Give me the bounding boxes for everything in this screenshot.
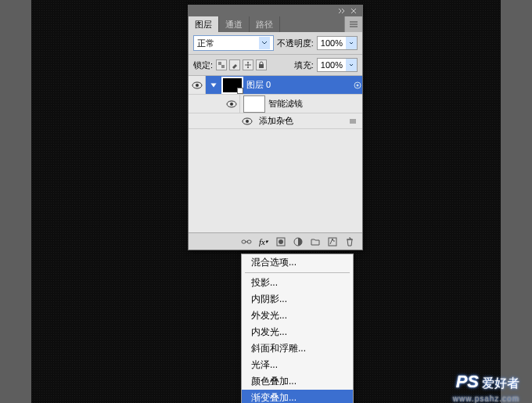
layers-panel: 图层 通道 路径 正常 不透明度: 100% 锁定: 填充: 100% [188,5,363,250]
layer-row-addnoise[interactable]: 添加杂色 [189,113,362,129]
svg-rect-2 [259,64,264,68]
layer-style-menu: 混合选项... 投影... 内阴影... 外发光... 内发光... 斜面和浮雕… [241,254,354,403]
panel-menu-icon[interactable] [344,16,362,32]
visibility-icon[interactable] [189,76,206,94]
lock-paint-icon[interactable] [229,59,240,70]
collapse-icon[interactable] [337,7,345,15]
menu-inner-shadow[interactable]: 内阴影... [242,291,353,308]
fill-value: 100% [318,60,346,70]
fill-arrow-icon [346,59,357,71]
lock-move-icon[interactable] [243,59,253,70]
watermark-cn: 爱好者 [482,376,519,392]
filter-mask-thumbnail [243,95,265,113]
new-layer-icon[interactable] [326,236,339,248]
panel-topbar [189,5,362,16]
menu-inner-glow[interactable]: 内发光... [242,324,353,340]
tab-channels[interactable]: 通道 [219,16,250,32]
svg-point-10 [246,120,249,123]
menu-satin[interactable]: 光泽... [242,357,353,373]
fill-label: 填充: [294,59,314,71]
lock-row: 锁定: 填充: 100% [189,55,362,76]
fx-icon[interactable]: fx▾ [257,236,270,248]
menu-color-overlay[interactable]: 颜色叠加... [242,373,353,390]
opacity-field[interactable]: 100% [317,36,358,50]
filter-settings-icon[interactable] [348,117,358,126]
lock-label: 锁定: [193,59,213,71]
opacity-value: 100% [318,38,346,48]
smartfilters-label: 智能滤镜 [268,98,303,110]
svg-point-8 [230,103,233,106]
chevron-down-icon [259,37,270,49]
fill-field[interactable]: 100% [317,58,358,72]
visibility-icon[interactable] [223,95,240,113]
svg-point-14 [279,239,283,244]
smart-object-icon [353,81,362,90]
lock-all-icon[interactable] [256,59,267,70]
lock-icons [216,59,267,70]
filter-name: 添加杂色 [259,115,293,127]
menu-gradient-overlay[interactable]: 渐变叠加... [242,390,353,403]
trash-icon[interactable] [343,236,356,248]
watermark-ps: PS [456,372,479,392]
layers-bottom-toolbar: fx▾ [189,232,362,250]
layer-list: 图层 0 智能滤镜 添加杂色 [189,76,362,232]
opacity-arrow-icon [346,37,357,49]
watermark: PS 爱好者 www.psahz.com [456,372,519,392]
tab-paths[interactable]: 路径 [250,16,280,32]
menu-blending-options[interactable]: 混合选项... [242,254,353,271]
visibility-icon[interactable] [239,113,256,128]
disclosure-icon[interactable] [209,81,218,90]
opacity-label: 不透明度: [277,38,314,49]
svg-point-4 [196,84,199,87]
menu-bevel[interactable]: 斜面和浮雕... [242,340,353,357]
lock-transparent-icon[interactable] [216,59,227,70]
svg-rect-1 [221,65,225,68]
layer-row-main[interactable]: 图层 0 [189,76,362,95]
watermark-url: www.psahz.com [453,394,519,403]
layer-row-smartfilters[interactable]: 智能滤镜 [189,95,362,113]
layer-name: 图层 0 [246,79,271,91]
menu-drop-shadow[interactable]: 投影... [242,275,353,291]
blend-mode-select[interactable]: 正常 [193,35,274,51]
layer-thumbnail [221,77,243,94]
mask-icon[interactable] [275,236,287,248]
adjustment-icon[interactable] [292,236,304,248]
svg-point-6 [357,84,359,86]
blend-row: 正常 不透明度: 100% [189,32,362,55]
tab-layers[interactable]: 图层 [189,16,219,32]
link-icon[interactable] [240,236,253,248]
svg-rect-0 [218,62,221,65]
group-icon[interactable] [309,236,322,248]
blend-mode-value: 正常 [197,38,214,49]
menu-outer-glow[interactable]: 外发光... [242,308,353,324]
panel-tabs: 图层 通道 路径 [189,16,362,32]
close-icon[interactable] [350,7,358,15]
